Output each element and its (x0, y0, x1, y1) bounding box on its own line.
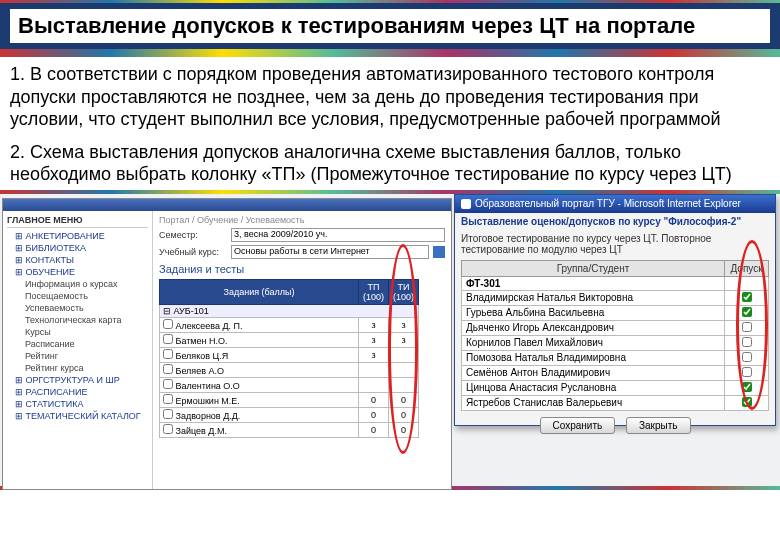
table-row: Зайцев Д.М.00 (160, 422, 419, 437)
portal-screenshot: ГЛАВНОЕ МЕНЮ ⊞ АНКЕТИРОВАНИЕ⊞ БИБЛИОТЕКА… (2, 198, 452, 490)
portal-sidebar: ГЛАВНОЕ МЕНЮ ⊞ АНКЕТИРОВАНИЕ⊞ БИБЛИОТЕКА… (3, 211, 153, 489)
go-icon[interactable] (433, 246, 445, 258)
close-button[interactable]: Закрыть (626, 417, 691, 434)
ti-cell[interactable]: 0 (388, 407, 418, 422)
table-row: Цинцова Анастасия Руслановна (462, 380, 769, 395)
row-checkbox[interactable] (163, 334, 173, 344)
ie-icon (461, 199, 471, 209)
ie-window: Образовательный портал ТГУ - Microsoft I… (454, 194, 776, 426)
table-row: Валентина О.О (160, 377, 419, 392)
table-row: Задворнов Д.Д.00 (160, 407, 419, 422)
slide-paragraph-1: 1. В соответствии с порядком проведения … (0, 57, 780, 135)
students-grid: Задания (баллы) ТП (100) ТИ (100) ⊟ АУБ-… (159, 279, 419, 438)
section-title: Задания и тесты (159, 263, 445, 275)
student-name: Ястребов Станислав Валерьевич (462, 395, 725, 410)
tp-cell[interactable]: 0 (358, 392, 388, 407)
table-row: Ермошкин М.Е.00 (160, 392, 419, 407)
tp-cell[interactable]: з (358, 317, 388, 332)
table-row: Гурьева Альбина Васильевна (462, 305, 769, 320)
table-row: Ястребов Станислав Валерьевич (462, 395, 769, 410)
sidebar-item[interactable]: ⊞ ОБУЧЕНИЕ (7, 266, 148, 278)
th-tp[interactable]: ТП (100) (358, 279, 388, 304)
tp-cell[interactable]: 0 (358, 422, 388, 437)
tp-cell[interactable]: з (358, 347, 388, 362)
screenshots-area: ГЛАВНОЕ МЕНЮ ⊞ АНКЕТИРОВАНИЕ⊞ БИБЛИОТЕКА… (0, 190, 780, 490)
ti-cell[interactable]: з (388, 332, 418, 347)
slide-title: Выставление допусков к тестированиям чер… (10, 9, 770, 43)
course-label: Учебный курс: (159, 247, 227, 257)
admission-checkbox[interactable] (742, 352, 752, 362)
ti-cell[interactable]: з (388, 317, 418, 332)
tp-cell[interactable] (358, 362, 388, 377)
table-row: Беляков Ц.Яз (160, 347, 419, 362)
row-checkbox[interactable] (163, 349, 173, 359)
th-ti[interactable]: ТИ (100) (388, 279, 418, 304)
tp-cell[interactable]: 0 (358, 407, 388, 422)
course-select[interactable]: Основы работы в сети Интернет (231, 245, 429, 259)
sidebar-subitem[interactable]: Информация о курсах (7, 278, 148, 290)
semester-label: Семестр: (159, 230, 227, 240)
sidebar-header: ГЛАВНОЕ МЕНЮ (7, 215, 148, 228)
th-tasks: Задания (баллы) (160, 279, 359, 304)
ti-cell[interactable]: 0 (388, 422, 418, 437)
sidebar-subitem[interactable]: Посещаемость (7, 290, 148, 302)
student-name: Корнилов Павел Михайлович (462, 335, 725, 350)
sidebar-subitem[interactable]: Рейтинг курса (7, 362, 148, 374)
save-button[interactable]: Сохранить (540, 417, 616, 434)
breadcrumb: Портал / Обучение / Успеваемость (159, 215, 445, 225)
row-checkbox[interactable] (163, 394, 173, 404)
sidebar-item[interactable]: ⊞ БИБЛИОТЕКА (7, 242, 148, 254)
admission-checkbox[interactable] (742, 322, 752, 332)
portal-topbar (3, 199, 451, 211)
sidebar-item[interactable]: ⊞ ОРГСТРУКТУРА И ШР (7, 374, 148, 386)
table-row: Батмен Н.О.зз (160, 332, 419, 347)
table-row: Помозова Наталья Владимировна (462, 350, 769, 365)
sidebar-item[interactable]: ⊞ КОНТАКТЫ (7, 254, 148, 266)
table-row: Корнилов Павел Михайлович (462, 335, 769, 350)
table-row: Алексеева Д. П.зз (160, 317, 419, 332)
semester-select[interactable]: 3, весна 2009/2010 уч. (231, 228, 445, 242)
portal-content: Портал / Обучение / Успеваемость Семестр… (153, 211, 451, 489)
ti-cell[interactable] (388, 362, 418, 377)
row-checkbox[interactable] (163, 424, 173, 434)
th-admission: Допуск (725, 260, 769, 276)
admission-checkbox[interactable] (742, 367, 752, 377)
row-checkbox[interactable] (163, 379, 173, 389)
row-checkbox[interactable] (163, 319, 173, 329)
ie-subheader-1: Выставление оценок/допусков по курсу "Фи… (461, 216, 741, 227)
ie-title-text: Образовательный портал ТГУ - Microsoft I… (475, 198, 741, 209)
ti-cell[interactable]: 0 (388, 392, 418, 407)
th-group-student: Группа/Студент (462, 260, 725, 276)
admission-checkbox[interactable] (742, 397, 752, 407)
admission-checkbox[interactable] (742, 337, 752, 347)
student-name: Помозова Наталья Владимировна (462, 350, 725, 365)
student-name: Владимирская Наталья Викторовна (462, 290, 725, 305)
tp-cell[interactable] (358, 377, 388, 392)
sidebar-item[interactable]: ⊞ СТАТИСТИКА (7, 398, 148, 410)
slide-title-bar: Выставление допусков к тестированиям чер… (0, 0, 780, 57)
admission-table: Группа/Студент Допуск ФТ-301 Владимирска… (461, 260, 769, 411)
student-name: Гурьева Альбина Васильевна (462, 305, 725, 320)
sidebar-subitem[interactable]: Успеваемость (7, 302, 148, 314)
sidebar-item[interactable]: ⊞ РАСПИСАНИЕ (7, 386, 148, 398)
sidebar-subitem[interactable]: Курсы (7, 326, 148, 338)
group-row: ФТ-301 (462, 276, 725, 290)
sidebar-item[interactable]: ⊞ АНКЕТИРОВАНИЕ (7, 230, 148, 242)
sidebar-item[interactable]: ⊞ ТЕМАТИЧЕСКИЙ КАТАЛОГ (7, 410, 148, 422)
tp-cell[interactable]: з (358, 332, 388, 347)
row-checkbox[interactable] (163, 364, 173, 374)
student-name: Цинцова Анастасия Руслановна (462, 380, 725, 395)
admission-checkbox[interactable] (742, 292, 752, 302)
ti-cell[interactable] (388, 347, 418, 362)
sidebar-subitem[interactable]: Рейтинг (7, 350, 148, 362)
sidebar-subitem[interactable]: Технологическая карта (7, 314, 148, 326)
table-row: Владимирская Наталья Викторовна (462, 290, 769, 305)
sidebar-subitem[interactable]: Расписание (7, 338, 148, 350)
admission-checkbox[interactable] (742, 382, 752, 392)
ti-cell[interactable] (388, 377, 418, 392)
admission-checkbox[interactable] (742, 307, 752, 317)
ie-titlebar: Образовательный портал ТГУ - Microsoft I… (455, 195, 775, 213)
table-row: Беляев А.О (160, 362, 419, 377)
table-row: Семёнов Антон Владимирович (462, 365, 769, 380)
row-checkbox[interactable] (163, 409, 173, 419)
